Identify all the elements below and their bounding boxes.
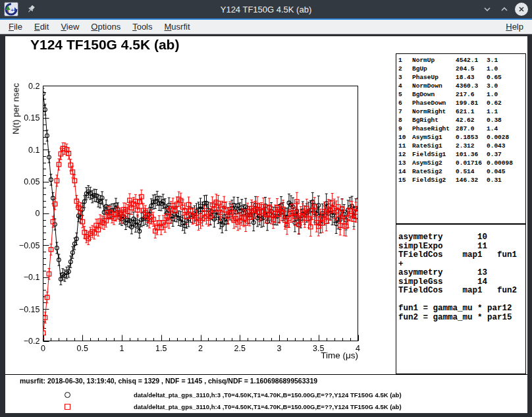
parameter-row: 2BgUp204.51.0: [398, 65, 525, 73]
footer-separator: [5, 374, 527, 375]
chevron-up-icon: [500, 5, 509, 14]
app-window: ++ Y124 TF150G 4.5K (ab): [0, 0, 532, 417]
parameter-row: 11RateSig12.3120.043: [398, 142, 525, 150]
fit-info-line: musrfit: 2018-06-30, 13:19:40, chisq = 1…: [20, 377, 317, 385]
parameter-row: 13AsymSig20.017160.00098: [398, 159, 525, 167]
pin-icon[interactable]: [26, 5, 36, 14]
svg-text:++: ++: [11, 8, 16, 13]
menu-items: FileEditViewOptionsToolsMusrfit: [0, 20, 196, 33]
parameter-row: 12FieldSig1101.360.37: [398, 150, 525, 159]
parameter-row: 8BgRight42.620.38: [398, 116, 525, 125]
legend-square-marker-icon: [65, 404, 70, 410]
parameter-row: 4NormDown4360.33.0: [398, 82, 525, 90]
menu-item-file[interactable]: File: [3, 20, 28, 33]
menu-item-options[interactable]: Options: [85, 20, 126, 33]
parameter-row: 9PhaseRight287.01.4: [398, 125, 525, 133]
y-axis-title: N(t) per nsec: [11, 83, 21, 134]
menu-item-tools[interactable]: Tools: [126, 20, 158, 33]
parameter-row: 10AsymSig10.18530.0028: [398, 133, 525, 142]
x-axis-title: Time (μs): [282, 350, 358, 360]
menu-item-view[interactable]: View: [55, 20, 85, 33]
legend-label: data/deltat_pta_gps_3110,h:3 ,T0=4.50K,T…: [134, 391, 402, 400]
titlebar[interactable]: ++ Y124 TF150G 4.5K (ab): [0, 0, 532, 18]
parameter-row: 7NormRight621.11.1: [398, 107, 525, 116]
minimize-button[interactable]: [481, 3, 494, 16]
close-button[interactable]: [515, 3, 528, 16]
legend-label: data/deltat_pta_gps_3110,h:4 ,T0=4.50K,T…: [134, 403, 402, 412]
parameter-row: 5BgDown217.61.0: [398, 90, 525, 99]
close-icon: [518, 5, 525, 13]
parameter-row: 1NormUp4542.13.1: [398, 56, 525, 65]
app-icon[interactable]: ++: [4, 2, 18, 16]
legend-entry: data/deltat_pta_gps_3110,h:3 ,T0=4.50K,T…: [5, 391, 527, 400]
root-canvas: Y124 TF150G 4.5K (ab) N(t) per nsec Time…: [5, 36, 527, 413]
parameter-row: 3PhaseUp18.430.65: [398, 73, 525, 82]
menu-item-musrfit[interactable]: Musrfit: [159, 20, 196, 33]
parameter-row: 6PhaseDown199.810.62: [398, 99, 525, 107]
maximize-button[interactable]: [498, 3, 511, 16]
menubar: FileEditViewOptionsToolsMusrfit Help: [0, 20, 532, 34]
parameter-row: 14RateSig20.5140.045: [398, 167, 525, 176]
window-title: Y124 TF150G 4.5K (ab): [0, 5, 532, 14]
plot-title: Y124 TF150G 4.5K (ab): [30, 37, 179, 53]
theory-pad: asymmetry 10 simplExpo 11 TFieldCos map1…: [396, 224, 526, 374]
legend-entry: data/deltat_pta_gps_3110,h:4 ,T0=4.50K,T…: [5, 403, 527, 412]
legend-circle-marker-icon: [65, 392, 70, 398]
menu-item-help[interactable]: Help: [500, 20, 529, 33]
chevron-down-icon: [483, 5, 492, 14]
theory-text: asymmetry 10 simplExpo 11 TFieldCos map1…: [396, 225, 525, 322]
parameter-pad: 1NormUp4542.13.12BgUp204.51.03PhaseUp18.…: [396, 53, 526, 224]
parameter-row: 15FieldSig2146.320.31: [398, 176, 525, 184]
menu-item-edit[interactable]: Edit: [28, 20, 55, 33]
